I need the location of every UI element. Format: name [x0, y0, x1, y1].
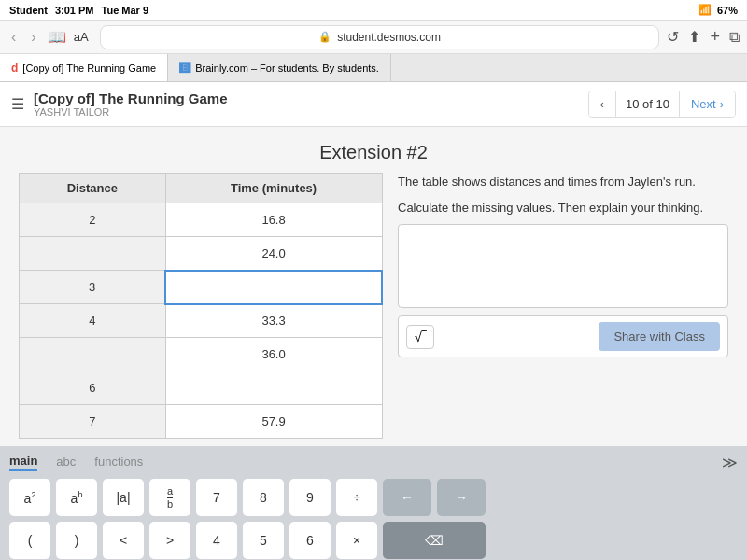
date-label: Tue Mar 9 [102, 5, 149, 16]
row3-time-input[interactable] [165, 271, 382, 304]
key-9[interactable]: 9 [289, 479, 331, 516]
key-5[interactable]: 5 [243, 522, 284, 559]
row5-time[interactable]: 36.0 [165, 338, 382, 371]
data-table: Distance Time (minutes) 2 16.8 24.0 3 [19, 173, 383, 439]
main-content: Extension #2 Distance Time (minutes) 2 1… [0, 127, 747, 446]
row7-time[interactable]: 57.9 [165, 405, 382, 439]
app-title: [Copy of] The Running Game [34, 91, 228, 106]
right-panel: The table shows distances and times from… [398, 173, 728, 439]
time-label: 3:01 PM [55, 5, 94, 16]
instruction-line2: Calculate the missing values. Then expla… [398, 199, 728, 217]
table-row: 2 16.8 [20, 203, 383, 237]
wifi-icon: 📶 [698, 4, 712, 16]
row4-distance: 4 [20, 304, 166, 338]
share-class-button[interactable]: Share with Class [599, 322, 720, 351]
back-button[interactable]: ‹ [7, 27, 20, 48]
key-greater-than[interactable]: > [149, 522, 190, 559]
key-a-power-b[interactable]: ab [56, 479, 97, 516]
sqrt-icon: √‾ [415, 329, 426, 344]
key-backspace[interactable]: ⌫ [383, 522, 486, 559]
row4-time[interactable]: 33.3 [165, 304, 382, 338]
collapse-keyboard-button[interactable]: ≫ [722, 454, 738, 471]
key-multiply[interactable]: × [336, 522, 377, 559]
add-tab-button[interactable]: + [710, 27, 720, 47]
keyboard-area: main abc functions ≫ a2 ab |a| ab ( ) < … [0, 446, 747, 560]
row6-distance: 6 [20, 371, 166, 405]
extension-title: Extension #2 [319, 142, 428, 163]
forward-button[interactable]: › [27, 27, 39, 48]
row3-distance: 3 [20, 271, 166, 304]
hamburger-menu[interactable]: ☰ [11, 95, 24, 113]
row1-distance: 2 [20, 203, 166, 237]
key-group-left: a2 ab |a| ab ( ) < > √ , ≤ ≥ n√ π % an [9, 479, 190, 560]
content-area: Distance Time (minutes) 2 16.8 24.0 3 [19, 173, 728, 439]
key-less-than[interactable]: < [103, 522, 144, 559]
key-6[interactable]: 6 [289, 522, 331, 559]
table-row: 6 [20, 371, 383, 405]
kbd-tab-main[interactable]: main [9, 454, 37, 471]
table-row: 36.0 [20, 338, 383, 371]
app-name-label: Student [9, 5, 48, 16]
answer-box[interactable] [398, 224, 728, 308]
key-8[interactable]: 8 [243, 479, 284, 516]
browser-bar: ‹ › 📖 aA 🔒 student.desmos.com ↺ ⬆ + ⧉ [0, 21, 747, 54]
key-open-paren[interactable]: ( [9, 522, 50, 559]
instruction-line1: The table shows distances and times from… [398, 173, 728, 191]
tab-desmos-label: [Copy of] The Running Game [22, 63, 156, 74]
share-toolbar: √‾ Share with Class [398, 315, 728, 357]
app-header: ☰ [Copy of] The Running Game YASHVI TAIL… [0, 82, 747, 127]
battery-label: 67% [717, 5, 738, 16]
row2-time[interactable]: 24.0 [165, 237, 382, 271]
key-move-right[interactable]: → [437, 479, 486, 516]
col-distance-header: Distance [20, 174, 166, 203]
key-4[interactable]: 4 [196, 522, 237, 559]
prev-page-button[interactable]: ‹ [589, 91, 615, 117]
bookmarks-icon: 📖 [48, 28, 66, 46]
key-absolute-value[interactable]: |a| [103, 479, 144, 516]
row5-distance[interactable] [20, 338, 166, 371]
row6-time[interactable] [165, 371, 382, 405]
table-container: Distance Time (minutes) 2 16.8 24.0 3 [19, 173, 383, 439]
tab-desmos[interactable]: d [Copy of] The Running Game [0, 54, 168, 81]
tab-desmos-icon: d [11, 62, 18, 75]
key-fraction[interactable]: ab [149, 479, 190, 516]
table-row: 7 57.9 [20, 405, 383, 439]
kbd-tab-functions[interactable]: functions [94, 454, 143, 471]
row2-distance[interactable] [20, 237, 166, 271]
next-arrow: › [720, 97, 724, 111]
next-label: Next [691, 97, 716, 111]
tabs-button[interactable]: ⧉ [729, 29, 740, 46]
key-a-squared[interactable]: a2 [9, 479, 50, 516]
table-row: 4 33.3 [20, 304, 383, 338]
sqrt-button[interactable]: √‾ [406, 325, 434, 349]
table-row: 3 [20, 271, 383, 304]
text-size-label[interactable]: aA [74, 30, 89, 44]
tab-brainly[interactable]: 🅱 Brainly.com – For students. By student… [168, 54, 391, 81]
row7-distance: 7 [20, 405, 166, 439]
tabs-bar: d [Copy of] The Running Game 🅱 Brainly.c… [0, 54, 747, 82]
key-close-paren[interactable]: ) [56, 522, 97, 559]
key-7[interactable]: 7 [196, 479, 237, 516]
app-subtitle: YASHVI TAILOR [34, 106, 228, 118]
url-text: student.desmos.com [337, 31, 441, 44]
pagination-controls: ‹ 10 of 10 Next › [588, 91, 736, 118]
key-divide[interactable]: ÷ [336, 479, 377, 516]
page-count: 10 of 10 [615, 91, 680, 117]
next-page-button[interactable]: Next › [680, 91, 735, 117]
key-group-right: ← → ⌫ ↵ [383, 479, 486, 560]
lock-icon: 🔒 [318, 31, 331, 43]
kbd-tab-abc[interactable]: abc [56, 454, 76, 471]
key-group-mid: 7 8 9 ÷ 4 5 6 × 1 2 3 − 0 . = + [196, 479, 377, 560]
row1-time[interactable]: 16.8 [165, 203, 382, 237]
reload-button[interactable]: ↺ [667, 28, 679, 46]
url-bar[interactable]: 🔒 student.desmos.com [100, 25, 660, 49]
keyboard-tabs: main abc functions ≫ [9, 454, 738, 471]
status-bar: Student 3:01 PM Tue Mar 9 📶 67% [0, 0, 747, 21]
tab-brainly-label: Brainly.com – For students. By students. [195, 63, 379, 74]
share-button[interactable]: ⬆ [688, 28, 700, 46]
keyboard-rows: a2 ab |a| ab ( ) < > √ , ≤ ≥ n√ π % an 7… [9, 479, 738, 560]
key-move-left[interactable]: ← [383, 479, 431, 516]
table-row: 24.0 [20, 237, 383, 271]
tab-brainly-icon: 🅱 [179, 62, 190, 75]
col-time-header: Time (minutes) [165, 174, 382, 203]
